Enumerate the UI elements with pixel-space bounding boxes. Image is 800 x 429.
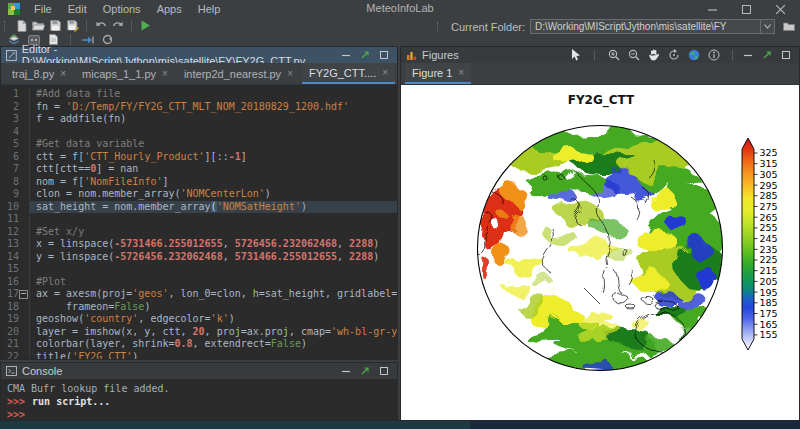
- satellite-globe-image: [472, 120, 728, 376]
- code-line[interactable]: colorbar(layer, shrink=0.8, extendrect=F…: [30, 338, 397, 351]
- new-file-icon: [17, 20, 27, 32]
- tab-label: FY2G_CTT....: [309, 67, 376, 79]
- zoom-in-button[interactable]: [607, 49, 620, 62]
- code-line[interactable]: fn = 'D:/Temp/FY/FY2G_CTT_MLT_NOM_201808…: [30, 101, 397, 114]
- colorbar-tick-label: 255: [760, 222, 778, 233]
- panel-maximize-button[interactable]: [781, 50, 791, 60]
- menu-file[interactable]: File: [26, 3, 60, 15]
- combobox-dropdown-button[interactable]: [760, 20, 774, 33]
- code-editor[interactable]: 12345678910111213141516171819202122 #Add…: [1, 85, 397, 359]
- tab-close-icon[interactable]: ×: [162, 69, 168, 79]
- rotate-button[interactable]: [667, 49, 680, 62]
- code-line[interactable]: y = linspace(-5726456.232062468, 5731466…: [30, 251, 397, 264]
- colorbar-tick-label: 245: [760, 233, 778, 244]
- code-line[interactable]: #Add data file: [30, 88, 397, 101]
- editor-tab[interactable]: FY2G_CTT....×: [302, 63, 395, 84]
- panel-float-button[interactable]: [360, 50, 370, 60]
- code-line[interactable]: title('FY2G_CTT'): [30, 351, 397, 360]
- editor-tab[interactable]: interp2d_nearest.py×: [177, 63, 300, 84]
- window-maximize-button[interactable]: [740, 3, 752, 15]
- panel-maximize-button[interactable]: [379, 50, 389, 60]
- toolbar-separator: [594, 50, 595, 61]
- toolbar-grip[interactable]: [4, 21, 8, 31]
- tab-close-icon[interactable]: ×: [287, 69, 293, 79]
- line-number: 7: [1, 163, 29, 176]
- panel-minimize-button[interactable]: [341, 50, 351, 60]
- panel-float-button[interactable]: [762, 50, 772, 60]
- panel-minimize-button[interactable]: [743, 50, 753, 60]
- toolbar-grip[interactable]: [437, 22, 441, 32]
- code-line[interactable]: clon = nom.member_array('NOMCenterLon'): [30, 188, 397, 201]
- save-as-button[interactable]: [64, 19, 81, 32]
- line-number: 10: [1, 201, 29, 214]
- tab-close-icon[interactable]: ×: [382, 68, 388, 78]
- code-line[interactable]: ctt = f['CTT_Hourly_Product'][::-1]: [30, 151, 397, 164]
- zoom-out-button[interactable]: [627, 49, 640, 62]
- code-line[interactable]: ctt[ctt==0] = nan: [30, 163, 397, 176]
- new-file-button[interactable]: [13, 19, 30, 32]
- code-line[interactable]: nom = f['NomFileInfo']: [30, 176, 397, 189]
- figures-title-bar[interactable]: Figures: [401, 47, 799, 63]
- menu-help[interactable]: Help: [190, 3, 229, 15]
- tab-label: interp2d_nearest.py: [184, 68, 281, 80]
- tab-close-icon[interactable]: ×: [458, 68, 464, 78]
- line-number: 19: [1, 313, 29, 326]
- figure-tab[interactable]: Figure 1×: [405, 63, 471, 84]
- app-logo-icon: [8, 3, 20, 15]
- code-line[interactable]: [30, 263, 397, 276]
- redo-button[interactable]: [109, 19, 126, 32]
- menu-edit[interactable]: Edit: [60, 3, 95, 15]
- colorbar-tick-label: 225: [760, 254, 778, 265]
- identify-button[interactable]: [707, 49, 720, 62]
- window-close-button[interactable]: [774, 3, 786, 15]
- pan-hand-button[interactable]: [647, 49, 660, 62]
- run-script-button[interactable]: [137, 19, 154, 32]
- undo-button[interactable]: [92, 19, 109, 32]
- figure-canvas[interactable]: FY2G_CTT: [401, 85, 799, 420]
- select-arrow-button[interactable]: [569, 49, 582, 62]
- fold-marker-icon[interactable]: [19, 290, 28, 299]
- line-number: 4: [1, 126, 29, 139]
- code-line[interactable]: x = linspace(-5731466.255012655, 5726456…: [30, 238, 397, 251]
- tab-close-icon[interactable]: ×: [60, 69, 66, 79]
- globe-button[interactable]: [687, 49, 700, 62]
- menu-apps[interactable]: Apps: [149, 3, 190, 15]
- code-line[interactable]: geoshow('country', edgecolor='k'): [30, 313, 397, 326]
- code-line[interactable]: sat_height = nom.member_array('NOMSatHei…: [30, 201, 397, 214]
- figures-panel: Figures: [400, 46, 800, 421]
- code-lines[interactable]: #Add data filefn = 'D:/Temp/FY/FY2G_CTT_…: [30, 88, 397, 359]
- zoom-out-icon: [628, 49, 640, 61]
- editor-title-bar[interactable]: Editor - D:\Working\MIScript\Jython\mis\…: [1, 47, 397, 63]
- code-line[interactable]: frameon=False): [30, 301, 397, 314]
- editor-tab[interactable]: micaps_1_1.py×: [75, 63, 175, 84]
- line-number: 17: [1, 288, 29, 301]
- save-button[interactable]: [47, 19, 64, 32]
- colorbar-tick-label: 215: [760, 265, 778, 276]
- code-line[interactable]: [30, 126, 397, 139]
- panel-maximize-button[interactable]: [379, 366, 389, 376]
- open-folder-button[interactable]: [30, 19, 47, 32]
- code-line[interactable]: ax = axesm(proj='geos', lon_0=clon, h=sa…: [30, 288, 397, 301]
- code-line[interactable]: layer = imshow(x, y, ctt, 20, proj=ax.pr…: [30, 326, 397, 339]
- colorbar-tick-label: 265: [760, 212, 778, 223]
- window-minimize-button[interactable]: [706, 3, 718, 15]
- panel-float-button[interactable]: [360, 366, 370, 376]
- panel-minimize-button[interactable]: [341, 366, 351, 376]
- current-folder-combobox[interactable]: D:\Working\MIScript\Jython\mis\satellite…: [530, 19, 775, 34]
- code-line[interactable]: #Set x/y: [30, 226, 397, 239]
- editor-tab[interactable]: traj_8.py×: [5, 63, 73, 84]
- menu-options[interactable]: Options: [95, 3, 149, 15]
- colorbar-tick-label: 165: [760, 319, 778, 330]
- console-command-text: run script...: [32, 396, 110, 407]
- code-line[interactable]: #Get data variable: [30, 138, 397, 151]
- code-line[interactable]: [30, 213, 397, 226]
- console-panel-controls: [341, 366, 392, 376]
- code-line[interactable]: f = addfile(fn): [30, 113, 397, 126]
- current-folder-value: D:\Working\MIScript\Jython\mis\satellite…: [531, 21, 760, 32]
- console-output[interactable]: CMA Bufr lookup file added.>>>run script…: [1, 379, 397, 424]
- layers-button[interactable]: [5, 33, 22, 46]
- select-arrow-icon: [571, 49, 581, 61]
- console-title-bar[interactable]: Console: [1, 363, 397, 379]
- browse-folder-button[interactable]: [780, 20, 797, 33]
- code-line[interactable]: #Plot: [30, 276, 397, 289]
